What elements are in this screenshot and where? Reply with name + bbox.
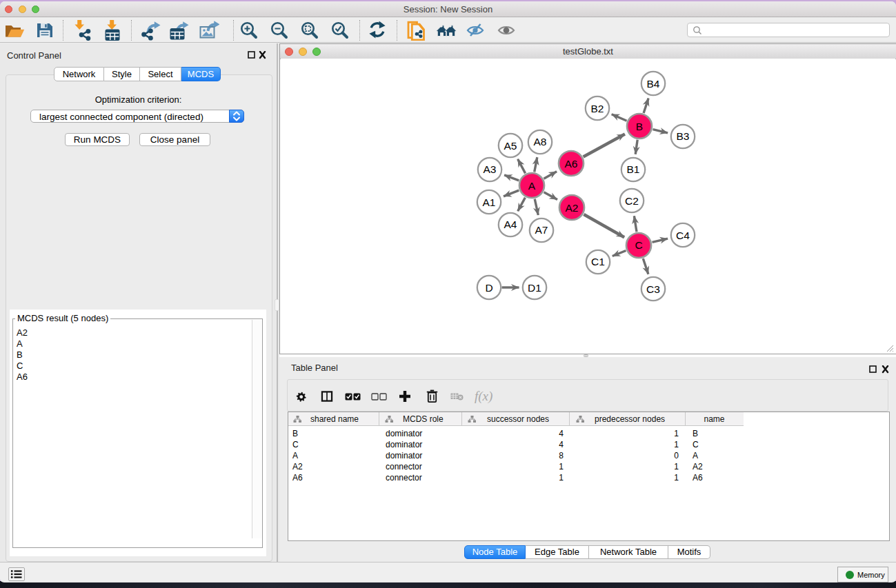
svg-text:C1: C1 bbox=[591, 256, 605, 267]
svg-text:A4: A4 bbox=[504, 219, 517, 230]
svg-text:C2: C2 bbox=[625, 195, 639, 207]
svg-text:A7: A7 bbox=[535, 224, 548, 236]
svg-text:A8: A8 bbox=[534, 136, 547, 148]
svg-text:C: C bbox=[635, 239, 642, 251]
svg-text:C4: C4 bbox=[676, 230, 690, 241]
svg-text:D1: D1 bbox=[528, 282, 541, 294]
svg-text:B4: B4 bbox=[647, 78, 660, 90]
svg-text:A5: A5 bbox=[504, 140, 517, 152]
svg-text:B3: B3 bbox=[677, 130, 690, 142]
svg-text:D: D bbox=[485, 282, 492, 294]
svg-text:B2: B2 bbox=[591, 103, 604, 114]
svg-text:A1: A1 bbox=[483, 196, 496, 208]
svg-text:A: A bbox=[528, 180, 536, 192]
svg-text:A3: A3 bbox=[484, 163, 497, 175]
svg-text:B: B bbox=[636, 121, 643, 132]
svg-text:A6: A6 bbox=[565, 158, 578, 170]
svg-text:A2: A2 bbox=[566, 202, 579, 214]
svg-text:B1: B1 bbox=[627, 163, 640, 175]
svg-text:C3: C3 bbox=[646, 283, 660, 295]
